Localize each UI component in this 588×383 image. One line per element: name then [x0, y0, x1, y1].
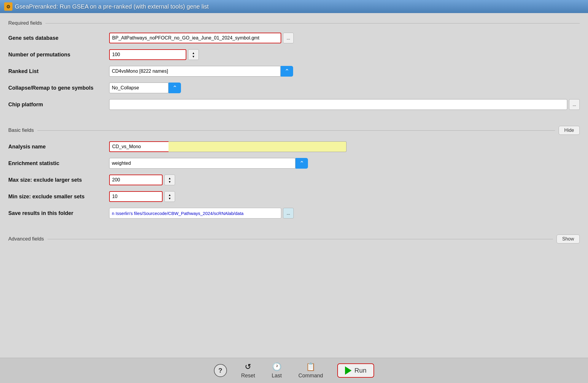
- bottom-bar: ? ↺ Reset 🕐 Last 📋 Command Run: [0, 358, 588, 383]
- spinner-up-icon: ▲: [192, 51, 195, 55]
- max-size-label: Max size: exclude larger sets: [8, 173, 109, 187]
- last-icon: 🕐: [272, 362, 282, 371]
- advanced-fields-label: Advanced fields: [8, 236, 44, 242]
- command-label: Command: [298, 373, 323, 379]
- ranked-list-row: Ranked List ⌃: [8, 64, 580, 78]
- min-size-label: Min size: exclude smaller sets: [8, 189, 109, 204]
- window-title: GseaPreranked: Run GSEA on a pre-ranked …: [15, 3, 209, 10]
- analysis-name-container: [109, 141, 347, 152]
- ranked-list-select-container: ⌃: [109, 66, 293, 77]
- run-label: Run: [355, 367, 366, 374]
- collapse-remap-label: Collapse/Remap to gene symbols: [8, 81, 109, 95]
- spinner-down-icon: ▼: [192, 55, 195, 58]
- chip-platform-row: Chip platform ...: [8, 97, 580, 112]
- gene-sets-database-browse-button[interactable]: ...: [283, 33, 294, 43]
- gene-sets-database-label: Gene sets database: [8, 31, 109, 45]
- permutations-row: Number of permutations ▲ ▼: [8, 48, 580, 62]
- min-size-control: ▲ ▼: [109, 189, 580, 204]
- save-results-browse-button[interactable]: ...: [283, 208, 294, 219]
- save-results-path-container: n Isserlin's files/Sourcecode/CBW_Pathwa…: [109, 208, 281, 219]
- gene-sets-database-row: Gene sets database ...: [8, 31, 580, 45]
- chip-platform-label: Chip platform: [8, 97, 109, 112]
- collapse-dropdown-button[interactable]: ⌃: [169, 83, 181, 93]
- reset-label: Reset: [241, 373, 255, 379]
- min-size-spinner[interactable]: ▲ ▼: [164, 191, 175, 202]
- gene-sets-database-input[interactable]: [109, 33, 281, 43]
- basic-fields-label: Basic fields: [8, 127, 34, 133]
- spacer-4: [8, 229, 580, 235]
- min-size-spinner-up-icon: ▲: [168, 193, 171, 197]
- chip-platform-browse-button[interactable]: ...: [569, 99, 580, 110]
- min-size-row: Min size: exclude smaller sets ▲ ▼: [8, 189, 580, 204]
- app-icon: ⚙: [4, 2, 12, 11]
- help-button[interactable]: ?: [214, 364, 227, 377]
- advanced-fields-line: [47, 239, 553, 239]
- enrichment-statistic-label: Enrichment statistic: [8, 156, 109, 170]
- max-size-spinner[interactable]: ▲ ▼: [164, 175, 175, 185]
- chip-platform-input[interactable]: [109, 99, 567, 110]
- main-content: Required fields Gene sets database ... N…: [0, 13, 588, 358]
- enrichment-statistic-row: Enrichment statistic ⌃: [8, 156, 580, 170]
- ranked-list-chevron-icon: ⌃: [285, 68, 290, 75]
- spacer-2: [8, 120, 580, 126]
- enrichment-statistic-control: ⌃: [109, 156, 308, 170]
- show-button[interactable]: Show: [557, 235, 580, 243]
- ranked-list-label: Ranked List: [8, 64, 109, 78]
- analysis-name-input[interactable]: [109, 141, 169, 152]
- ranked-list-dropdown-button[interactable]: ⌃: [281, 66, 293, 77]
- command-icon: 📋: [306, 362, 315, 371]
- basic-fields-line: [37, 130, 555, 131]
- last-label: Last: [272, 373, 282, 379]
- chip-platform-control: ...: [109, 97, 580, 112]
- max-size-spinner-down-icon: ▼: [168, 180, 171, 183]
- required-fields-label: Required fields: [8, 20, 42, 26]
- max-size-control: ▲ ▼: [109, 173, 580, 187]
- title-bar: ⚙ GseaPreranked: Run GSEA on a pre-ranke…: [0, 0, 588, 13]
- collapse-remap-control: ⌃: [109, 81, 580, 95]
- enrichment-select-container: ⌃: [109, 158, 308, 169]
- save-results-control: n Isserlin's files/Sourcecode/CBW_Pathwa…: [109, 206, 580, 220]
- reset-button[interactable]: ↺ Reset: [239, 361, 258, 380]
- analysis-name-extension: [169, 141, 347, 152]
- max-size-row: Max size: exclude larger sets ▲ ▼: [8, 173, 580, 187]
- gear-icon: ⚙: [6, 4, 10, 10]
- run-play-icon: [345, 366, 352, 375]
- analysis-name-row: Analysis name: [8, 140, 580, 154]
- save-results-label: Save results in this folder: [8, 206, 109, 220]
- permutations-spinner[interactable]: ▲ ▼: [188, 49, 199, 60]
- analysis-name-label: Analysis name: [8, 140, 109, 154]
- permutations-control: ▲ ▼: [109, 48, 580, 62]
- collapse-remap-row: Collapse/Remap to gene symbols ⌃: [8, 81, 580, 95]
- collapse-select-container: ⌃: [109, 83, 181, 93]
- collapse-chevron-icon: ⌃: [172, 84, 177, 91]
- spacer-3: [8, 223, 580, 229]
- collapse-input[interactable]: [109, 83, 169, 93]
- max-size-spinner-up-icon: ▲: [168, 177, 171, 180]
- enrichment-chevron-icon: ⌃: [299, 160, 304, 167]
- reset-icon: ↺: [245, 362, 251, 371]
- ranked-list-control: ⌃: [109, 64, 580, 78]
- gene-sets-database-control: ...: [109, 31, 580, 45]
- enrichment-input[interactable]: [109, 158, 295, 169]
- run-button[interactable]: Run: [337, 363, 374, 378]
- save-results-path: n Isserlin's files/Sourcecode/CBW_Pathwa…: [112, 211, 244, 216]
- basic-fields-header: Basic fields Hide: [8, 126, 580, 135]
- command-button[interactable]: 📋 Command: [296, 361, 325, 380]
- required-fields-header: Required fields: [8, 20, 580, 26]
- last-button[interactable]: 🕐 Last: [269, 361, 284, 380]
- min-size-spinner-down-icon: ▼: [168, 197, 171, 200]
- max-size-input[interactable]: [109, 175, 163, 185]
- analysis-name-control: [109, 140, 580, 154]
- permutations-label: Number of permutations: [8, 48, 109, 62]
- spacer-1: [8, 114, 580, 120]
- ranked-list-input[interactable]: [109, 66, 281, 77]
- enrichment-dropdown-button[interactable]: ⌃: [295, 158, 308, 169]
- permutations-input[interactable]: [109, 49, 186, 60]
- min-size-input[interactable]: [109, 191, 163, 202]
- required-fields-line: [45, 23, 580, 23]
- save-results-row: Save results in this folder n Isserlin's…: [8, 206, 580, 220]
- hide-button[interactable]: Hide: [559, 126, 580, 135]
- advanced-fields-header: Advanced fields Show: [8, 235, 580, 243]
